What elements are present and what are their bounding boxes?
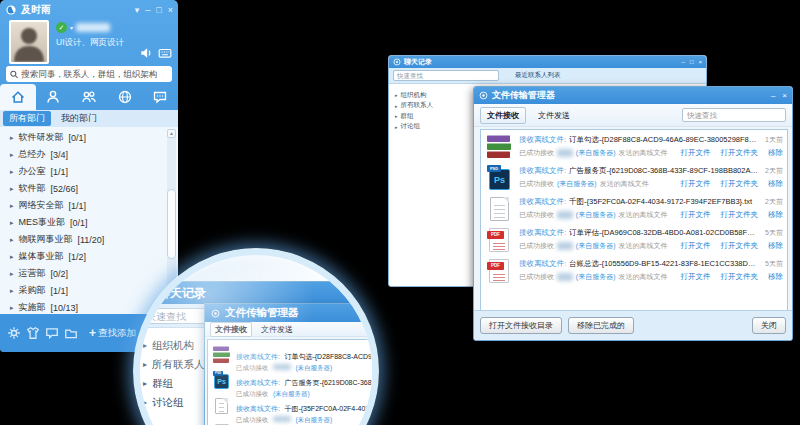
close-icon[interactable]: ×	[168, 6, 173, 15]
file-row: PDF 接收离线文件: 台账总选-{105556D9-BF15-4221-83F…	[483, 255, 785, 286]
file-time: 2天前	[765, 197, 783, 207]
department-row[interactable]: ▸软件部[52/66]	[0, 180, 178, 197]
file-name: 广告服务页-{6219D08C-368B-433F-89CF-198BB802A…	[569, 166, 758, 176]
tab-contacts[interactable]	[36, 84, 72, 110]
open-receive-dir-button[interactable]: 打开文件接收目录	[480, 317, 562, 334]
remove-link[interactable]: 移除	[768, 241, 783, 251]
expand-arrow-icon[interactable]: ▸	[10, 219, 14, 227]
department-row[interactable]: ▸媒体事业部[1/2]	[0, 248, 178, 265]
scrollbar-thumb[interactable]	[167, 189, 176, 259]
maximize-icon[interactable]: □	[156, 6, 161, 15]
tab-all-departments[interactable]: 所有部门	[3, 111, 51, 126]
file-time: 5天前	[765, 228, 783, 238]
find-add-button[interactable]: + 查找添加	[89, 327, 136, 340]
minimize-icon[interactable]: –	[771, 92, 775, 100]
gear-icon[interactable]	[7, 326, 21, 340]
tab-messages[interactable]	[142, 84, 178, 110]
tab-file-receive[interactable]: 文件接收	[480, 107, 526, 124]
minimize-icon[interactable]: –	[682, 59, 685, 65]
department-row[interactable]: ▸物联网事业部[11/20]	[0, 231, 178, 248]
open-folder-link[interactable]: 打开文件夹	[721, 241, 759, 251]
file-row: 接收离线文件: 订单勾选-{D28F88C8-ACD9-46A6-89EC-38…	[211, 342, 379, 368]
remove-link[interactable]: 移除	[768, 210, 783, 220]
winrar-icon	[213, 345, 231, 363]
expand-arrow-icon[interactable]: ▸	[10, 168, 14, 176]
remove-completed-button[interactable]: 移除已完成的	[568, 317, 634, 334]
department-row[interactable]: ▸软件研发部[0/1]	[0, 129, 178, 146]
file-toolbar: 文件接收 文件发送	[474, 104, 792, 127]
file-list: 接收离线文件: 订单勾选-{D28F88C8-ACD9-46A6-89EC-38…	[480, 129, 788, 312]
stage: 及时雨 ▾ – □ × ✓ ▾ UI设计、网页设计	[0, 0, 800, 425]
tab-home[interactable]	[0, 84, 36, 110]
department-row[interactable]: ▸办公室[1/1]	[0, 163, 178, 180]
open-folder-link[interactable]: 打开文件夹	[721, 210, 759, 220]
expand-arrow-icon[interactable]: ▸	[10, 253, 14, 261]
file-time: 2天前	[765, 166, 783, 176]
keyboard-icon[interactable]	[158, 46, 172, 60]
expand-arrow-icon[interactable]: ▸	[10, 185, 14, 193]
file-window-title: 文件传输管理器	[492, 89, 767, 102]
department-row[interactable]: ▸总经办[3/4]	[0, 146, 178, 163]
expand-arrow-icon: ▸	[395, 92, 398, 98]
main-search-input[interactable]	[21, 69, 168, 79]
open-file-link[interactable]: 打开文件	[681, 241, 711, 251]
window-badge-icon	[393, 58, 401, 66]
expand-arrow-icon[interactable]: ▸	[10, 287, 14, 295]
file-row: 接收离线文件: 千图-{35F2FC0A-02F4-4034-9172-F394…	[211, 394, 379, 420]
open-folder-link[interactable]: 打开文件夹	[721, 179, 759, 189]
tab-groups[interactable]	[71, 84, 107, 110]
skin-icon[interactable]	[26, 326, 40, 340]
expand-arrow-icon[interactable]: ▸	[10, 134, 14, 142]
close-button[interactable]: 关闭	[752, 317, 786, 334]
file-row: PSDPs 接收离线文件: 广告服务页-{6219D08C-368B-433F-…	[211, 368, 379, 394]
department-row[interactable]: ▸MES事业部[0/1]	[0, 214, 178, 231]
open-file-link[interactable]: 打开文件	[681, 210, 711, 220]
close-icon[interactable]: ×	[782, 92, 787, 100]
expand-arrow-icon: ▸	[395, 103, 398, 109]
skin-menu-icon[interactable]: ▾	[135, 6, 140, 15]
volume-icon[interactable]	[139, 46, 153, 60]
window-badge-icon	[479, 91, 488, 100]
department-row[interactable]: ▸网络安全部[1/1]	[0, 197, 178, 214]
sender-redacted	[557, 273, 573, 281]
tab-network[interactable]	[107, 84, 143, 110]
avatar[interactable]	[9, 20, 49, 64]
expand-arrow-icon: ▸	[395, 124, 398, 130]
window-badge-icon	[211, 309, 220, 318]
remove-link[interactable]: 移除	[768, 272, 783, 282]
expand-arrow-icon[interactable]: ▸	[10, 304, 14, 312]
open-file-link[interactable]: 打开文件	[681, 179, 711, 189]
expand-arrow-icon[interactable]: ▸	[10, 236, 14, 244]
close-icon[interactable]: ×	[698, 59, 702, 65]
status-caret-icon[interactable]: ▾	[70, 24, 73, 31]
tab-file-send[interactable]: 文件发送	[532, 108, 576, 123]
minimize-icon[interactable]: –	[145, 6, 150, 15]
receive-label: 接收离线文件:	[519, 228, 566, 238]
folder-icon[interactable]	[64, 326, 78, 340]
department-row[interactable]: ▸运营部[0/2]	[0, 265, 178, 282]
expand-arrow-icon[interactable]: ▸	[10, 202, 14, 210]
open-folder-link[interactable]: 打开文件夹	[721, 272, 759, 282]
expand-arrow-icon[interactable]: ▸	[10, 151, 14, 159]
tab-file-send[interactable]: 文件发送	[257, 323, 297, 336]
expand-arrow-icon[interactable]: ▸	[10, 270, 14, 278]
app-title: 及时雨	[21, 3, 135, 17]
remove-link[interactable]: 移除	[768, 148, 783, 158]
main-search-box[interactable]	[6, 66, 172, 82]
file-search-input[interactable]	[682, 108, 786, 122]
open-folder-link[interactable]: 打开文件夹	[721, 148, 759, 158]
department-row[interactable]: ▸采购部[1/1]	[0, 282, 178, 299]
scroll-up-icon[interactable]: ▲	[167, 129, 176, 138]
tab-my-departments[interactable]: 我的部门	[61, 112, 97, 125]
remove-link[interactable]: 移除	[768, 179, 783, 189]
open-file-link[interactable]: 打开文件	[681, 272, 711, 282]
online-status-icon[interactable]: ✓	[56, 22, 67, 33]
username-redacted	[76, 23, 110, 32]
chat-search-input[interactable]	[393, 70, 499, 81]
file-row: PDF 接收离线文件: 订单评估-{DA969C08-32DB-4BD0-A08…	[483, 224, 785, 255]
maximize-icon[interactable]: □	[690, 59, 694, 65]
message-icon[interactable]	[45, 326, 59, 340]
tab-file-receive[interactable]: 文件接收	[210, 322, 252, 337]
open-file-link[interactable]: 打开文件	[681, 148, 711, 158]
file-row: PSDPs 接收离线文件: 广告服务页-{6219D08C-368B-433F-…	[483, 162, 785, 193]
